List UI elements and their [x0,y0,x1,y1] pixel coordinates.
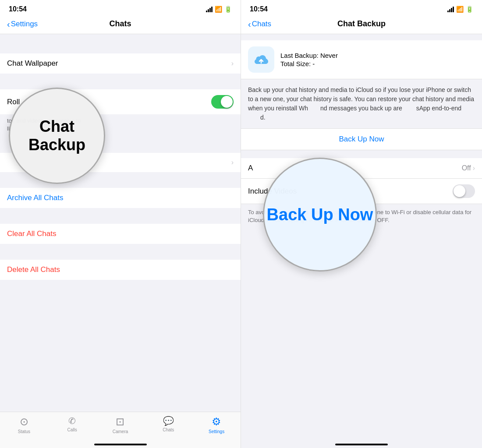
left-nav-title: Chats [109,19,131,28]
include-videos-toggle[interactable] [453,184,475,198]
left-nav-back-label: Settings [11,20,38,28]
backup-description: Back up your chat history and media to i… [241,79,482,128]
left-magnifier: Chat Backup [9,88,105,184]
right-nav-back-label: Chats [252,20,271,28]
icloud-icon [253,53,269,66]
status-tab-label: Status [18,429,30,434]
right-status-time: 10:54 [250,5,268,13]
wifi-icon: 📶 [215,6,222,13]
right-signal-bars-icon [447,6,454,12]
calls-tab-label: Calls [67,427,77,432]
auto-backup-right: Off › [462,164,475,172]
right-back-arrow-icon: ‹ [248,20,251,28]
left-status-time: 10:54 [9,5,27,13]
right-status-bar: 10:54 📶 🔋 [241,0,482,16]
home-indicator-left [94,444,147,445]
tab-camera[interactable]: ⊡ Camera [96,416,145,434]
left-nav-back[interactable]: ‹ Settings [7,20,38,28]
settings-tab-label: Settings [209,429,224,434]
archive-all-chats-item[interactable]: Archive All Chats [0,188,241,208]
right-divider-2 [241,150,482,155]
right-wifi-icon: 📶 [456,6,464,13]
signal-bars-icon [206,6,213,12]
right-battery-icon: 🔋 [466,6,473,13]
roll-label: Roll [7,98,20,106]
auto-backup-value: Off [462,164,471,172]
right-nav-bar: ‹ Chats Chat Backup [241,16,482,34]
tab-status[interactable]: ⊙ Status [0,416,48,434]
chat-wallpaper-item[interactable]: Chat Wallpaper › [0,53,241,74]
home-indicator-right [335,444,388,445]
left-divider-5 [0,208,241,224]
roll-toggle[interactable] [211,95,234,109]
delete-all-chats-item[interactable]: Delete All Chats [0,260,241,280]
backup-info-row: Last Backup: Never Total Size: - [241,40,482,79]
left-nav-bar: ‹ Settings Chats [0,16,241,34]
icloud-icon-wrap [248,46,274,73]
left-delete-group: Delete All Chats [0,260,241,280]
left-back-arrow-icon: ‹ [7,20,10,28]
calls-tab-icon: ✆ [68,416,76,426]
chat-wallpaper-chevron: › [231,60,234,67]
left-status-icons: 📶 🔋 [206,6,232,13]
right-divider-top [241,34,482,40]
backup-now-label: Back Up Now [339,135,384,143]
left-divider-2 [0,74,241,89]
left-divider-6 [0,244,241,260]
left-divider-top [0,38,241,53]
backup-info-text: Last Backup: Never Total Size: - [280,52,338,67]
chats-tab-label: Chats [163,427,174,432]
right-nav-title: Chat Backup [337,19,386,28]
tab-settings[interactable]: ⚙ Settings [192,416,241,434]
left-settings-group-1: Chat Wallpaper › [0,53,241,74]
right-phone-panel: 10:54 📶 🔋 ‹ Chats Chat Backup [241,0,482,448]
right-nav-back[interactable]: ‹ Chats [248,20,271,28]
tab-calls[interactable]: ✆ Calls [48,416,96,432]
clear-all-chats-item[interactable]: Clear All Chats [0,224,241,244]
right-status-icons: 📶 🔋 [447,6,473,13]
chat-backup-chevron: › [231,159,234,166]
tab-chats[interactable]: 💬 Chats [144,416,192,432]
auto-backup-label: A [248,164,253,173]
status-tab-icon: ⊙ [20,416,28,428]
right-magnifier: Back Up Now [263,158,377,272]
left-magnifier-text: Chat Backup [10,117,104,154]
right-magnifier-text: Back Up Now [267,205,373,224]
left-tab-bar: ⊙ Status ✆ Calls ⊡ Camera 💬 Chats ⚙ Sett… [0,412,241,448]
chats-tab-icon: 💬 [163,416,174,426]
chat-wallpaper-label: Chat Wallpaper [7,59,58,68]
clear-all-chats-label: Clear All Chats [7,229,56,238]
delete-all-chats-label: Delete All Chats [7,265,60,274]
left-action-group: Archive All Chats [0,188,241,208]
archive-all-chats-label: Archive All Chats [7,194,64,202]
backup-last-label: Last Backup: Never [280,52,338,59]
left-phone-panel: 10:54 📶 🔋 ‹ Settings Chats Chat Wallpape… [0,0,241,448]
settings-tab-icon: ⚙ [212,416,221,428]
backup-size-label: Total Size: - [280,60,338,67]
left-status-bar: 10:54 📶 🔋 [0,0,241,16]
battery-icon: 🔋 [224,6,232,13]
camera-tab-icon: ⊡ [116,416,124,428]
camera-tab-label: Camera [113,429,128,434]
left-clear-group: Clear All Chats [0,224,241,244]
backup-now-row[interactable]: Back Up Now [241,128,482,150]
auto-backup-chevron: › [473,164,475,172]
